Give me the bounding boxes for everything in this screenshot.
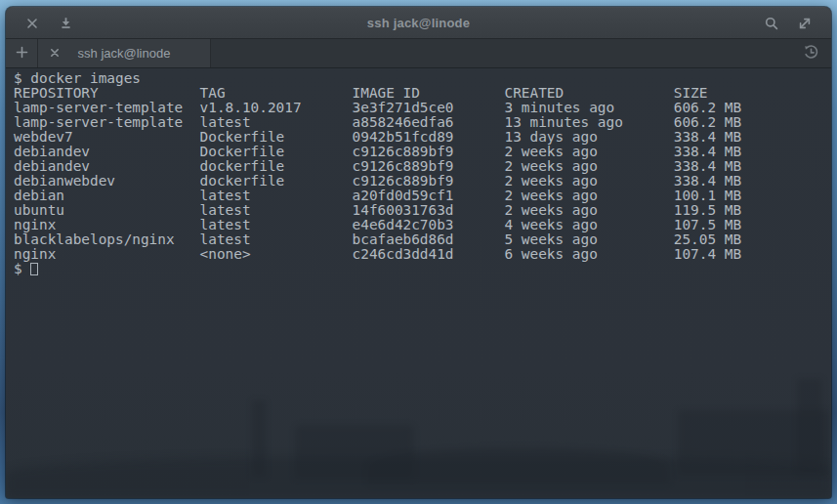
wallpaper-silhouette bbox=[252, 400, 266, 477]
minimize-icon bbox=[60, 17, 72, 29]
minimize-button[interactable] bbox=[53, 11, 78, 36]
close-icon bbox=[26, 18, 38, 29]
wallpaper-silhouette bbox=[797, 379, 822, 473]
search-button[interactable] bbox=[759, 11, 784, 36]
maximize-button[interactable] bbox=[792, 11, 817, 36]
shell-prompt: $ bbox=[14, 262, 30, 276]
terminal-cursor bbox=[30, 263, 38, 275]
terminal-output: $ docker images REPOSITORY TAG IMAGE ID … bbox=[6, 68, 831, 262]
tabbar-spacer bbox=[211, 39, 790, 67]
history-icon bbox=[803, 44, 819, 63]
plus-icon bbox=[16, 46, 28, 62]
wallpaper-silhouette bbox=[295, 425, 414, 479]
tab-close-button[interactable] bbox=[46, 45, 63, 63]
history-button[interactable] bbox=[790, 39, 831, 67]
terminal-prompt-line: $ bbox=[6, 262, 831, 276]
search-icon bbox=[765, 17, 778, 30]
tab-close-icon bbox=[50, 46, 60, 61]
tab-label: ssh jack@linode bbox=[63, 46, 202, 61]
tab-bar: ssh jack@linode bbox=[6, 39, 831, 68]
titlebar[interactable]: ssh jack@linode bbox=[6, 7, 831, 39]
tab-ssh-jack-linode[interactable]: ssh jack@linode bbox=[38, 39, 211, 67]
window-title: ssh jack@linode bbox=[6, 8, 831, 38]
new-tab-button[interactable] bbox=[6, 39, 38, 67]
wallpaper-silhouette bbox=[6, 457, 831, 498]
close-button[interactable] bbox=[20, 11, 45, 36]
terminal-viewport[interactable]: $ docker images REPOSITORY TAG IMAGE ID … bbox=[6, 68, 831, 498]
maximize-icon bbox=[798, 17, 812, 30]
wallpaper-silhouette bbox=[678, 410, 829, 475]
terminal-window: ssh jack@linode ssh jack@linode bbox=[6, 7, 831, 498]
titlebar-right-buttons bbox=[755, 11, 821, 36]
wallpaper-silhouette bbox=[367, 447, 670, 484]
titlebar-left-buttons bbox=[16, 11, 82, 36]
